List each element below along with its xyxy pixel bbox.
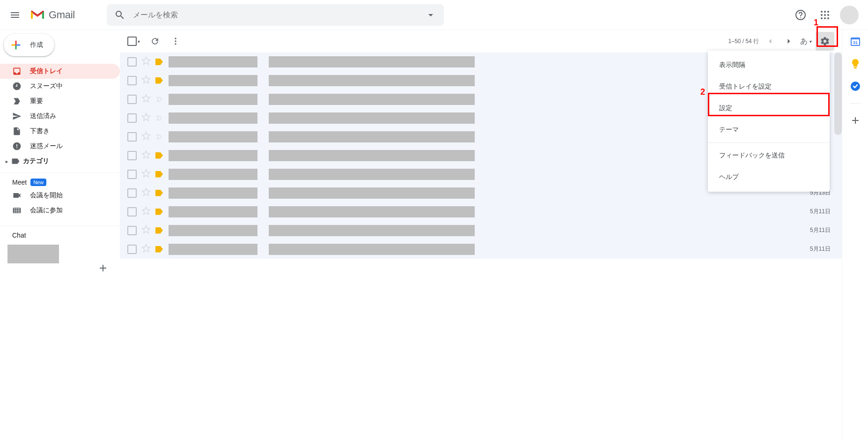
- select-all[interactable]: ▾: [127, 37, 140, 46]
- star-icon[interactable]: [141, 131, 151, 142]
- importance-marker-icon[interactable]: [155, 77, 163, 84]
- menu-feedback[interactable]: フィードバックを送信: [708, 145, 830, 166]
- mail-row[interactable]: 5月11日: [120, 240, 842, 259]
- star-icon[interactable]: [141, 206, 151, 217]
- sidebar-item-clock[interactable]: スヌーズ中: [0, 79, 120, 94]
- row-checkbox[interactable]: [127, 95, 137, 104]
- row-checkbox[interactable]: [127, 132, 137, 142]
- meet-join[interactable]: 会議に参加: [0, 203, 120, 218]
- row-checkbox[interactable]: [127, 226, 137, 235]
- row-checkbox[interactable]: [127, 57, 137, 67]
- mail-row[interactable]: 5月11日: [120, 202, 842, 221]
- chat-contact[interactable]: [7, 245, 59, 263]
- main: ▾ 1–50 / 54 行: [120, 30, 868, 441]
- search-box[interactable]: [107, 4, 444, 26]
- sidebar-item-inbox[interactable]: 受信トレイ: [0, 64, 120, 79]
- mail-date: 5月11日: [810, 245, 834, 253]
- caret-down-icon: ▾: [809, 39, 812, 44]
- next-page-icon[interactable]: [781, 34, 796, 49]
- svg-point-3: [821, 14, 823, 16]
- search-input[interactable]: [133, 11, 425, 19]
- importance-marker-icon[interactable]: [155, 190, 163, 196]
- importance-marker-icon[interactable]: [155, 152, 163, 159]
- apps-icon[interactable]: [816, 6, 834, 24]
- importance-marker-icon[interactable]: [155, 134, 163, 140]
- calendar-icon[interactable]: 31: [850, 36, 861, 47]
- meet-join-label: 会議に参加: [30, 206, 63, 215]
- sidebar-category[interactable]: ▸ カテゴリ: [0, 154, 120, 169]
- menu-icon[interactable]: [4, 4, 26, 26]
- importance-marker-icon[interactable]: [155, 227, 163, 234]
- row-checkbox[interactable]: [127, 151, 137, 160]
- importance-marker-icon[interactable]: [155, 59, 163, 65]
- sender-placeholder: [169, 225, 257, 236]
- star-icon[interactable]: [141, 94, 151, 105]
- sidebar-item-spam[interactable]: 迷惑メール: [0, 139, 120, 154]
- star-icon[interactable]: [141, 169, 151, 180]
- mail-row[interactable]: 5月11日: [120, 221, 842, 240]
- sidebar-item-important[interactable]: 重要: [0, 94, 120, 109]
- importance-marker-icon[interactable]: [155, 115, 163, 121]
- importance-marker-icon[interactable]: [155, 96, 163, 103]
- star-icon[interactable]: [141, 225, 151, 236]
- subject-placeholder: [269, 75, 475, 86]
- menu-settings[interactable]: 設定: [708, 97, 830, 119]
- body: 作成 受信トレイスヌーズ中重要送信済み下書き迷惑メール ▸ カテゴリ Meet …: [0, 30, 868, 441]
- row-checkbox[interactable]: [127, 113, 137, 123]
- meet-section: Meet New 会議を開始 会議に参加: [0, 172, 120, 222]
- subject-placeholder: [269, 131, 475, 142]
- star-icon[interactable]: [141, 112, 151, 124]
- sidebar-item-draft[interactable]: 下書き: [0, 124, 120, 139]
- menu-help[interactable]: ヘルプ: [708, 166, 830, 188]
- importance-marker-icon[interactable]: [155, 171, 163, 178]
- new-badge: New: [30, 179, 46, 186]
- input-method-button[interactable]: あ ▾: [800, 37, 812, 46]
- meet-start[interactable]: 会議を開始: [0, 188, 120, 203]
- scrollbar[interactable]: [834, 52, 842, 135]
- settings-button[interactable]: [816, 32, 834, 51]
- video-icon: [12, 191, 22, 200]
- chat-section: Chat: [0, 225, 120, 282]
- add-person-icon[interactable]: [94, 259, 112, 277]
- search-options-icon[interactable]: [425, 9, 436, 21]
- annotation-label-1: 1: [814, 18, 818, 28]
- menu-themes[interactable]: テーマ: [708, 119, 830, 141]
- svg-rect-15: [854, 67, 857, 68]
- svg-point-9: [175, 38, 176, 39]
- menu-display-density[interactable]: 表示間隔: [708, 54, 830, 76]
- label-icon: [11, 157, 20, 166]
- inbox-icon: [12, 67, 22, 76]
- sender-placeholder: [169, 56, 257, 67]
- star-icon[interactable]: [141, 187, 151, 199]
- sidebar-item-send[interactable]: 送信済み: [0, 109, 120, 124]
- star-icon[interactable]: [141, 75, 151, 86]
- importance-marker-icon[interactable]: [155, 246, 163, 253]
- sender-placeholder: [169, 244, 257, 255]
- compose-button[interactable]: 作成: [4, 34, 54, 56]
- menu-divider: [708, 142, 830, 143]
- help-icon[interactable]: [791, 6, 810, 24]
- star-icon[interactable]: [141, 244, 151, 255]
- tasks-icon[interactable]: [850, 81, 861, 92]
- row-checkbox[interactable]: [127, 76, 137, 85]
- prev-page-icon[interactable]: [763, 34, 778, 49]
- importance-marker-icon[interactable]: [155, 209, 163, 215]
- avatar[interactable]: [840, 6, 859, 24]
- search-icon: [114, 9, 125, 21]
- row-checkbox[interactable]: [127, 207, 137, 217]
- subject-placeholder: [269, 112, 475, 124]
- keep-icon[interactable]: [850, 58, 861, 69]
- more-icon[interactable]: [170, 36, 181, 47]
- gmail-logo[interactable]: Gmail: [26, 9, 79, 21]
- row-checkbox[interactable]: [127, 245, 137, 254]
- star-icon[interactable]: [141, 150, 151, 161]
- spam-icon: [12, 142, 22, 151]
- svg-point-8: [827, 17, 829, 19]
- refresh-icon[interactable]: [149, 36, 161, 47]
- menu-configure-inbox[interactable]: 受信トレイを設定: [708, 76, 830, 97]
- row-checkbox[interactable]: [127, 188, 137, 198]
- subject-placeholder: [269, 56, 475, 67]
- star-icon[interactable]: [141, 56, 151, 67]
- row-checkbox[interactable]: [127, 170, 137, 179]
- add-addon-icon[interactable]: [850, 115, 861, 126]
